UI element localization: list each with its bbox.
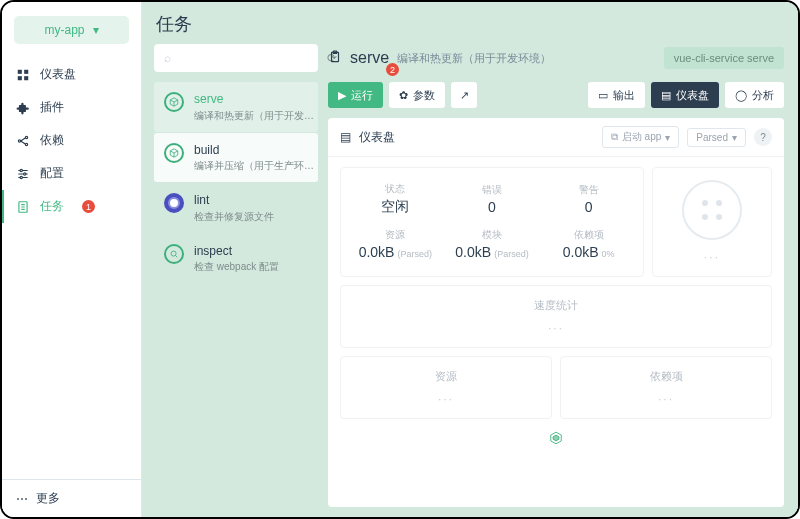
task-name: inspect [194, 244, 279, 260]
svg-line-8 [21, 141, 26, 144]
nav-dashboard[interactable]: 仪表盘 [2, 58, 141, 91]
deps-card: 依赖项 ··· [560, 356, 772, 419]
panel-icon: ▤ [340, 130, 351, 144]
deps-title: 依赖项 [569, 369, 763, 384]
more-icon: ⋯ [16, 492, 28, 506]
nav-plugins-label: 插件 [40, 99, 64, 116]
eslint-icon [164, 193, 184, 213]
task-desc: 检查 webpack 配置 [194, 260, 279, 273]
placeholder-dots: ··· [349, 321, 763, 335]
panel-body: 状态 空闲 错误 0 警告 0 [328, 157, 784, 462]
nav-tasks[interactable]: 任务 1 [2, 190, 141, 223]
stat-errors: 错误 0 [446, 178, 539, 220]
nav-config-label: 配置 [40, 165, 64, 182]
output-label: 输出 [613, 88, 635, 103]
dashboard-button[interactable]: ▤ 仪表盘 [651, 82, 719, 108]
assets-title: 资源 [349, 369, 543, 384]
run-button[interactable]: ▶ 运行 [328, 82, 383, 108]
parsed-select[interactable]: Parsed ▾ [687, 128, 746, 147]
project-selector[interactable]: my-app ▾ [14, 16, 129, 44]
nav-dashboard-label: 仪表盘 [40, 66, 76, 83]
placeholder-dots: ··· [704, 250, 720, 264]
search-input[interactable] [177, 51, 327, 65]
sidebar: my-app ▾ 仪表盘 插件 依赖 配置 任务 1 [2, 2, 142, 517]
inspect-icon [164, 244, 184, 264]
donut-card: ··· [652, 167, 772, 277]
task-search[interactable]: ⌕ ⟳ [154, 44, 318, 72]
donut-chart [682, 180, 742, 240]
tasks-badge: 1 [82, 200, 95, 213]
project-name: my-app [44, 23, 84, 37]
nav-plugins[interactable]: 插件 [2, 91, 141, 124]
analyze-icon: ◯ [735, 89, 747, 102]
task-desc: 检查并修复源文件 [194, 210, 274, 223]
task-name: serve [194, 92, 314, 108]
params-button[interactable]: ✿ 参数 [389, 82, 445, 108]
nav-tasks-label: 任务 [40, 198, 64, 215]
nav: 仪表盘 插件 依赖 配置 任务 1 [2, 54, 141, 479]
nav-more-label: 更多 [36, 490, 60, 507]
svg-point-14 [20, 176, 22, 178]
stats-card: 状态 空闲 错误 0 警告 0 [340, 167, 644, 277]
task-badge: 2 [386, 63, 399, 76]
task-item-lint[interactable]: lint 检查并修复源文件 [154, 183, 318, 233]
placeholder-dots: ··· [349, 392, 543, 406]
svg-line-7 [21, 138, 26, 141]
stat-deps: 依赖项 0.0kB0% [542, 224, 635, 264]
content: 任务 ⌕ ⟳ serve 编译和热更新（用于开发环… [142, 2, 798, 517]
svg-point-5 [25, 136, 27, 138]
panel-head: ▤ 仪表盘 ⧉ 启动 app ▾ Parsed ▾ ? [328, 118, 784, 157]
task-detail: serve 编译和热更新（用于开发环境） vue-cli-service ser… [318, 44, 798, 517]
tasks-column: ⌕ ⟳ serve 编译和热更新（用于开发环… [142, 44, 318, 517]
nav-deps[interactable]: 依赖 [2, 124, 141, 157]
dropdown-icon: ▾ [93, 23, 99, 37]
dashboard-icon [16, 68, 30, 82]
task-title: serve [350, 49, 389, 67]
output-button[interactable]: ▭ 输出 [588, 82, 645, 108]
svg-point-4 [18, 139, 20, 141]
chevron-down-icon: ▾ [665, 132, 670, 143]
task-item-inspect[interactable]: inspect 检查 webpack 配置 [154, 234, 318, 284]
task-header: serve 编译和热更新（用于开发环境） vue-cli-service ser… [328, 44, 784, 72]
task-name: lint [194, 193, 274, 209]
svg-rect-2 [18, 76, 22, 80]
task-item-build[interactable]: build 编译并压缩（用于生产环境… [154, 133, 318, 183]
speed-card: 速度统计 ··· [340, 285, 772, 348]
webpack-icon [340, 427, 772, 452]
speed-title: 速度统计 [349, 298, 763, 313]
task-desc: 编译并压缩（用于生产环境… [194, 159, 314, 172]
assets-card: 资源 ··· [340, 356, 552, 419]
stat-status: 状态 空闲 [349, 178, 442, 220]
external-icon: ↗ [460, 89, 469, 102]
run-label: 运行 [351, 88, 373, 103]
task-command: vue-cli-service serve [664, 47, 784, 69]
page-title: 任务 [142, 2, 798, 44]
nav-deps-label: 依赖 [40, 132, 64, 149]
svg-rect-0 [18, 69, 22, 73]
open-app-chip[interactable]: ⧉ 启动 app ▾ [602, 126, 679, 148]
stat-assets: 资源 0.0kB(Parsed) [349, 224, 442, 264]
open-external-button[interactable]: ↗ [451, 82, 477, 108]
task-subtitle: 编译和热更新（用于开发环境） [397, 51, 551, 66]
clipboard-icon [328, 50, 342, 67]
task-name: build [194, 143, 314, 159]
deps-icon [16, 134, 30, 148]
stat-warnings: 警告 0 [542, 178, 635, 220]
svg-point-12 [20, 169, 22, 171]
cube-icon [164, 92, 184, 112]
task-desc: 编译和热更新（用于开发环… [194, 109, 314, 122]
analyze-button[interactable]: ◯ 分析 [725, 82, 784, 108]
terminal-icon: ▭ [598, 89, 608, 102]
chevron-down-icon: ▾ [732, 132, 737, 143]
config-icon [16, 167, 30, 181]
nav-more[interactable]: ⋯ 更多 [2, 479, 141, 517]
stat-modules: 模块 0.0kB(Parsed) [446, 224, 539, 264]
help-button[interactable]: ? [754, 128, 772, 146]
placeholder-dots: ··· [569, 392, 763, 406]
task-item-serve[interactable]: serve 编译和热更新（用于开发环… [154, 82, 318, 132]
task-toolbar: ▶ 运行 ✿ 参数 ↗ ▭ 输出 [328, 82, 784, 108]
search-icon: ⌕ [164, 51, 171, 65]
plugin-icon [16, 101, 30, 115]
nav-config[interactable]: 配置 [2, 157, 141, 190]
svg-rect-1 [24, 69, 28, 73]
